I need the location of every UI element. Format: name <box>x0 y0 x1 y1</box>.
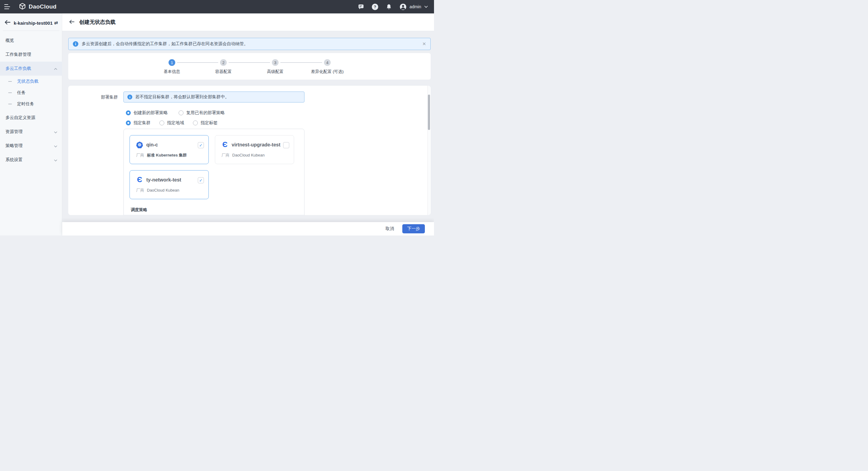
dash-icon <box>8 81 12 82</box>
radio-icon <box>126 111 131 115</box>
sidebar-subitem-stateless-workloads[interactable]: 无状态负载 <box>0 76 62 87</box>
step-connector <box>177 62 218 63</box>
message-icon[interactable] <box>358 4 364 10</box>
scrollbar-thumb[interactable] <box>428 94 430 130</box>
cluster-card-ty-network-test[interactable]: Є ty-network-test ✓ 厂商 DaoCloud Kubean <box>129 170 209 199</box>
dash-icon <box>8 92 12 93</box>
cluster-card-qin-c[interactable]: ☸ qin-c ✓ 厂商 标准 Kubernetes 集群 <box>129 135 209 164</box>
chevron-down-icon <box>54 143 57 148</box>
switch-cluster-icon[interactable]: ⇄ <box>54 20 58 26</box>
sidebar-subitem-cronjobs[interactable]: 定时任务 <box>0 98 62 110</box>
user-menu[interactable]: admin <box>400 3 428 10</box>
sidebar-item-overview[interactable]: 概览 <box>0 34 62 48</box>
sidebar-divider <box>3 30 59 31</box>
radio-specify-cluster[interactable]: 指定集群 <box>126 120 151 126</box>
page-header: 创建无状态负载 <box>62 13 434 31</box>
sidebar-item-system-settings[interactable]: 系统设置 <box>0 153 62 167</box>
radio-icon <box>126 120 131 125</box>
scheduling-policy-section <box>124 215 304 215</box>
chevron-up-icon <box>54 66 57 71</box>
brand-name: DaoCloud <box>29 3 56 10</box>
target-radio-group: 指定集群 指定地域 指定标签 <box>126 120 218 126</box>
cluster-checkbox[interactable]: ✓ <box>198 177 204 183</box>
radio-create-new-policy[interactable]: 创建新的部署策略 <box>126 110 167 116</box>
scheduling-policy-label: 调度策略 <box>131 207 304 213</box>
radio-icon <box>193 120 198 125</box>
radio-specify-region[interactable]: 指定地域 <box>159 120 184 126</box>
panel-scrollbar[interactable] <box>427 86 430 215</box>
banner-text: 多云资源创建后，会自动传播指定的工作集群，如工作集群已存在同名资源会自动纳管。 <box>82 41 248 47</box>
cluster-checkbox[interactable]: ✓ <box>198 142 204 148</box>
dash-icon <box>8 104 12 104</box>
help-icon[interactable]: ? <box>372 4 378 10</box>
step-4-dot: 4 <box>324 59 331 66</box>
banner-close-icon[interactable]: ✕ <box>422 41 426 47</box>
brand: DaoCloud <box>19 3 56 11</box>
topbar: DaoCloud ? admin <box>0 0 434 13</box>
sidebar-item-custom-resources[interactable]: 多云自定义资源 <box>0 111 62 125</box>
back-icon[interactable] <box>69 20 74 25</box>
chevron-down-icon <box>424 5 428 8</box>
info-banner: i 多云资源创建后，会自动传播指定的工作集群，如工作集群已存在同名资源会自动纳管… <box>68 38 431 50</box>
info-icon: i <box>73 41 78 47</box>
page-content: i 多云资源创建后，会自动传播指定的工作集群，如工作集群已存在同名资源会自动纳管… <box>62 31 434 222</box>
back-icon[interactable] <box>5 20 10 26</box>
policy-radio-group: 创建新的部署策略 复用已有的部署策略 <box>126 110 225 116</box>
cluster-name: k-kairship-test001 <box>14 21 53 26</box>
chevron-down-icon <box>54 157 57 162</box>
cluster-checkbox[interactable]: ✓ <box>283 142 289 148</box>
kubernetes-icon: ☸ <box>136 142 143 148</box>
daocloud-cube-icon <box>19 3 26 11</box>
step-1-label: 基本信息 <box>164 69 180 75</box>
sidebar: k-kairship-test001 ⇄ 概览 工作集群管理 多云工作负载 无状… <box>0 13 62 235</box>
step-3-dot: 3 <box>272 59 279 66</box>
tip-text: 若不指定目标集群，将会默认部署到全部集群中。 <box>135 94 229 100</box>
step-1-dot: 1 <box>168 59 175 66</box>
cancel-button[interactable]: 取消 <box>385 226 394 232</box>
chevron-down-icon <box>54 129 57 134</box>
step-connector <box>280 62 322 63</box>
sidebar-header: k-kairship-test001 ⇄ <box>0 13 62 26</box>
footer-actions: 取消 下一步 <box>62 222 434 235</box>
daocloud-icon: Є <box>136 177 143 183</box>
daocloud-icon: Є <box>222 142 228 148</box>
deploy-cluster-label: 部署集群 <box>68 94 118 100</box>
info-icon: i <box>127 94 132 99</box>
sidebar-item-policy-management[interactable]: 策略管理 <box>0 139 62 153</box>
radio-reuse-policy[interactable]: 复用已有的部署策略 <box>179 110 225 116</box>
step-2-dot: 2 <box>220 59 227 66</box>
stepper: 1 基本信息 2 容器配置 3 高级配置 4 差异化配置 (可选) <box>68 53 431 80</box>
cluster-selection-box: ☸ qin-c ✓ 厂商 标准 Kubernetes 集群 Є <box>123 129 305 215</box>
cluster-card-virtnest-upgrade-test[interactable]: Є virtnest-upgrade-test ✓ 厂商 DaoCloud Ku… <box>215 135 294 164</box>
sidebar-item-multicloud-workloads[interactable]: 多云工作负载 <box>0 62 62 76</box>
radio-icon <box>159 120 164 125</box>
topbar-actions: ? admin <box>358 3 428 10</box>
form-panel: 部署集群 i 若不指定目标集群，将会默认部署到全部集群中。 创建新的部署策略 复… <box>68 86 431 215</box>
radio-specify-label[interactable]: 指定标签 <box>193 120 218 126</box>
avatar <box>400 3 407 10</box>
sidebar-item-cluster-management[interactable]: 工作集群管理 <box>0 48 62 62</box>
notification-bell-icon[interactable] <box>386 4 392 10</box>
sidebar-item-resource-management[interactable]: 资源管理 <box>0 125 62 139</box>
username: admin <box>410 4 421 9</box>
step-4-label: 差异化配置 (可选) <box>311 69 343 75</box>
next-step-button[interactable]: 下一步 <box>402 224 425 233</box>
deploy-tip: i 若不指定目标集群，将会默认部署到全部集群中。 <box>123 91 305 102</box>
step-2-label: 容器配置 <box>215 69 231 75</box>
step-connector <box>228 62 270 63</box>
page-title: 创建无状态负载 <box>79 19 116 26</box>
radio-icon <box>179 111 184 115</box>
menu-toggle-icon[interactable] <box>4 4 11 9</box>
step-3-label: 高级配置 <box>267 69 283 75</box>
main-area: 创建无状态负载 i 多云资源创建后，会自动传播指定的工作集群，如工作集群已存在同… <box>62 13 434 235</box>
sidebar-subitem-jobs[interactable]: 任务 <box>0 87 62 98</box>
